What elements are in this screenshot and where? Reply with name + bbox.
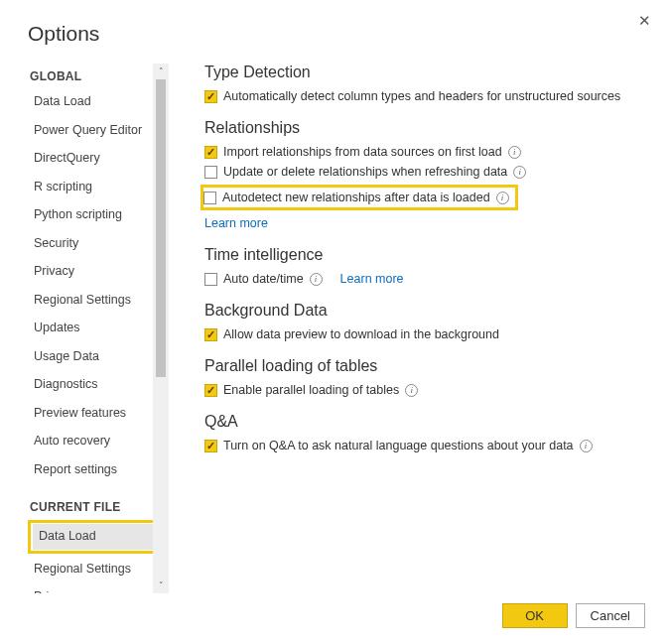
checkbox-background-data[interactable] — [204, 328, 217, 341]
info-icon[interactable] — [496, 192, 509, 204]
checkbox-parallel-loading[interactable] — [204, 384, 217, 397]
sidebar-item-data-load-global[interactable]: Data Load — [28, 89, 159, 115]
sidebar-item-preview-features[interactable]: Preview features — [28, 401, 159, 427]
sidebar-item-auto-recovery-global[interactable]: Auto recovery — [28, 429, 159, 454]
section-time-intelligence: Time intelligence — [204, 246, 637, 264]
dialog-title: Options — [28, 22, 645, 46]
checkbox-autodetect-relationships[interactable] — [203, 192, 216, 204]
section-type-detection: Type Detection — [204, 64, 637, 81]
close-icon[interactable]: ✕ — [638, 12, 651, 30]
section-background-data: Background Data — [204, 302, 637, 320]
label-parallel-loading: Enable parallel loading of tables — [223, 383, 399, 397]
cancel-button[interactable]: Cancel — [576, 603, 645, 628]
sidebar-item-usage-data[interactable]: Usage Data — [28, 344, 159, 370]
ok-button[interactable]: OK — [502, 603, 568, 628]
scroll-down-icon[interactable]: ˅ — [153, 578, 169, 593]
label-auto-date-time: Auto date/time — [223, 272, 304, 286]
highlight-sidebar-data-load: Data Load — [28, 520, 159, 554]
info-icon[interactable] — [513, 166, 526, 179]
scroll-thumb[interactable] — [156, 79, 166, 377]
sidebar-item-report-settings[interactable]: Report settings — [28, 457, 159, 483]
sidebar-item-data-load-current[interactable]: Data Load — [33, 524, 154, 550]
dialog-footer: OK Cancel — [28, 593, 645, 628]
sidebar-item-updates[interactable]: Updates — [28, 316, 159, 341]
section-relationships: Relationships — [204, 119, 637, 137]
sidebar-item-r-scripting[interactable]: R scripting — [28, 175, 159, 200]
sidebar-item-diagnostics[interactable]: Diagnostics — [28, 372, 159, 398]
sidebar-scrollbar[interactable]: ˄ ˅ — [153, 64, 169, 593]
label-qa: Turn on Q&A to ask natural language ques… — [223, 439, 574, 452]
section-qa: Q&A — [204, 413, 637, 431]
label-import-relationships: Import relationships from data sources o… — [223, 145, 502, 159]
sidebar-group-current-file: CURRENT FILE — [28, 500, 159, 514]
sidebar-group-global: GLOBAL — [28, 69, 159, 83]
sidebar: GLOBAL Data Load Power Query Editor Dire… — [28, 64, 169, 593]
sidebar-item-regional-settings-current[interactable]: Regional Settings — [28, 557, 159, 582]
info-icon[interactable] — [405, 384, 418, 397]
checkbox-update-relationships[interactable] — [204, 166, 217, 179]
label-autodetect-relationships: Autodetect new relationships after data … — [222, 191, 490, 204]
checkbox-type-detection[interactable] — [204, 90, 217, 103]
sidebar-item-privacy-global[interactable]: Privacy — [28, 259, 159, 285]
link-learn-more-time[interactable]: Learn more — [340, 272, 404, 286]
link-learn-more-relationships[interactable]: Learn more — [204, 216, 268, 230]
sidebar-item-directquery[interactable]: DirectQuery — [28, 146, 159, 172]
sidebar-item-security[interactable]: Security — [28, 231, 159, 257]
checkbox-qa[interactable] — [204, 440, 217, 452]
info-icon[interactable] — [580, 440, 593, 452]
label-update-relationships: Update or delete relationships when refr… — [223, 165, 507, 179]
label-type-detection: Automatically detect column types and he… — [223, 89, 620, 103]
sidebar-item-python-scripting[interactable]: Python scripting — [28, 202, 159, 228]
scroll-up-icon[interactable]: ˄ — [153, 64, 169, 79]
sidebar-item-power-query-editor[interactable]: Power Query Editor — [28, 118, 159, 144]
content-panel: Type Detection Automatically detect colu… — [169, 64, 645, 593]
sidebar-item-regional-settings-global[interactable]: Regional Settings — [28, 288, 159, 314]
checkbox-import-relationships[interactable] — [204, 146, 217, 159]
info-icon[interactable] — [508, 146, 521, 159]
checkbox-auto-date-time[interactable] — [204, 273, 217, 286]
info-icon[interactable] — [310, 273, 323, 286]
label-background-data: Allow data preview to download in the ba… — [223, 327, 499, 341]
sidebar-item-privacy-current[interactable]: Privacy — [28, 584, 159, 593]
highlight-autodetect: Autodetect new relationships after data … — [201, 185, 518, 210]
section-parallel-loading: Parallel loading of tables — [204, 357, 637, 375]
